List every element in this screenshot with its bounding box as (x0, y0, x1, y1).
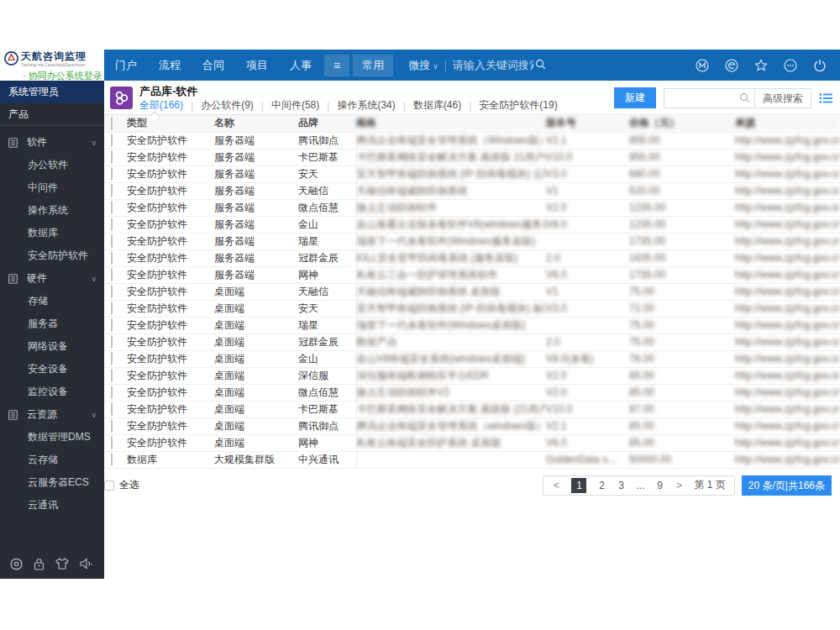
new-button[interactable]: 新建 (614, 87, 656, 108)
cell-6: 855.00 (629, 149, 735, 165)
row-checkbox[interactable] (111, 386, 113, 399)
lock-icon[interactable] (34, 558, 45, 570)
next-page-button[interactable]: > (675, 480, 684, 491)
tree-item-安全设备[interactable]: 安全设备 (0, 358, 104, 381)
message-e-icon[interactable] (725, 59, 738, 72)
page-button-3[interactable]: 3 (617, 480, 625, 491)
page-button-9[interactable]: 9 (656, 480, 664, 491)
cell-1: 安全防护软件 (127, 182, 214, 199)
row-checkbox[interactable] (111, 436, 113, 449)
power-icon[interactable] (813, 59, 827, 72)
table-search-group: 高级搜索 (664, 88, 811, 108)
header-checkbox[interactable] (111, 117, 113, 130)
cell-1: 安全防护软件 (127, 216, 214, 233)
advanced-search-button[interactable]: 高级搜索 (754, 89, 811, 108)
select-all-label: 全选 (119, 478, 139, 492)
tab-中间件(58)[interactable]: 中间件(58) (271, 98, 319, 113)
cell-7: http://www.zjzfcg.gov.cn/jyg/ (735, 317, 840, 333)
table-row: 安全防护软件桌面端冠群金辰数据产品2.075.00http://www.zjzf… (104, 333, 840, 350)
sound-icon[interactable] (80, 558, 94, 570)
column-header-2: 名称 (214, 115, 298, 132)
nav-frequent[interactable]: 常用 (353, 55, 393, 76)
nav-item-合同[interactable]: 合同 (192, 50, 235, 81)
nav-item-门户[interactable]: 门户 (104, 50, 148, 81)
row-checkbox[interactable] (111, 285, 113, 298)
cell-1: 安全防护软件 (127, 132, 214, 149)
tree-item-安全防护软件[interactable]: 安全防护软件 (0, 244, 104, 267)
cell-6: 75.00 (629, 333, 735, 350)
tab-操作系统(34)[interactable]: 操作系统(34) (337, 98, 395, 113)
tab-数据库(46)[interactable]: 数据库(46) (413, 98, 461, 113)
row-checkbox[interactable] (111, 234, 113, 248)
column-settings-icon[interactable] (819, 92, 832, 104)
tree-item-服务器[interactable]: 服务器 (0, 312, 104, 335)
table-search-input[interactable] (664, 89, 735, 108)
row-checkbox[interactable] (111, 352, 113, 365)
per-page-badge[interactable]: 20 条/页|共166条 (742, 475, 832, 496)
cell-5: V3.0 (546, 300, 629, 317)
sidebar-section-product[interactable]: 产品 (0, 103, 104, 126)
tree-parent-硬件[interactable]: 硬件∨ (0, 267, 104, 290)
row-checkbox[interactable] (111, 150, 113, 164)
cell-2: 桌面端 (214, 434, 298, 451)
row-checkbox[interactable] (111, 335, 113, 349)
cell-4: 深信服终端检测响应平台EDR (356, 367, 546, 384)
tree-item-办公软件[interactable]: 办公软件 (0, 154, 104, 176)
nav-item-人事[interactable]: 人事 (279, 50, 323, 81)
table-row: 安全防护软件服务器端安天安天智甲终端防御系统 (IP·防病毒模块) 云版V3.0… (104, 165, 840, 182)
tree-item-云通讯[interactable]: 云通讯 (0, 494, 104, 517)
favorites-star-icon[interactable] (754, 59, 768, 72)
theme-shirt-icon[interactable] (55, 558, 69, 570)
global-search: 微搜∨ (408, 58, 546, 73)
cell-4: 数据产品 (356, 333, 546, 350)
select-all-checkbox[interactable] (104, 480, 114, 491)
row-checkbox[interactable] (111, 134, 113, 147)
tree-item-数据管理DMS[interactable]: 数据管理DMS (0, 426, 104, 449)
tree-item-监控设备[interactable]: 监控设备 (0, 381, 104, 403)
cell-6: 85.00 (629, 417, 735, 434)
tree-item-中间件[interactable]: 中间件 (0, 176, 104, 199)
search-scope-dropdown[interactable]: 微搜∨ (408, 58, 438, 73)
page-button-...[interactable]: ... (636, 480, 644, 491)
row-checkbox[interactable] (111, 318, 113, 332)
search-icon[interactable] (535, 58, 546, 73)
tab-全部(166)[interactable]: 全部(166) (139, 98, 183, 113)
row-checkbox[interactable] (111, 201, 113, 214)
row-checkbox[interactable] (111, 268, 113, 281)
row-checkbox[interactable] (111, 402, 113, 416)
tree-item-云服务器ECS[interactable]: 云服务器ECS (0, 471, 104, 494)
tree-item-云存储[interactable]: 云存储 (0, 449, 104, 471)
tree-parent-软件[interactable]: 软件∨ (0, 131, 104, 154)
tree-parent-云资源[interactable]: 云资源∨ (0, 403, 104, 426)
tree-item-数据库[interactable]: 数据库 (0, 222, 104, 244)
tab-安全防护软件(19)[interactable]: 安全防护软件(19) (479, 98, 557, 113)
nav-item-流程[interactable]: 流程 (148, 50, 192, 81)
global-search-input[interactable] (453, 59, 533, 71)
page-button-2[interactable]: 2 (597, 480, 606, 491)
row-checkbox[interactable] (111, 184, 113, 197)
cell-2: 桌面端 (214, 283, 298, 300)
row-checkbox[interactable] (111, 453, 113, 466)
row-checkbox[interactable] (111, 302, 113, 315)
table-header-row: 类型名称品牌规格版本号价格（元）来源 (104, 115, 840, 132)
row-checkbox[interactable] (111, 167, 113, 181)
row-checkbox[interactable] (111, 218, 113, 231)
tree-item-操作系统[interactable]: 操作系统 (0, 199, 104, 222)
prev-page-button[interactable]: < (552, 480, 560, 491)
row-checkbox[interactable] (111, 251, 113, 265)
tree-item-网络设备[interactable]: 网络设备 (0, 335, 104, 358)
table-row: 数据库大规模集群版中兴通讯GoldenData s...50000.00http… (104, 451, 840, 468)
cell-6: 76.00 (629, 350, 735, 367)
tree-item-存储[interactable]: 存储 (0, 290, 104, 312)
tab-办公软件(9)[interactable]: 办公软件(9) (201, 98, 254, 113)
more-ellipsis-icon[interactable] (784, 59, 797, 72)
m-circle-icon[interactable] (696, 59, 709, 72)
page-button-1[interactable]: 1 (571, 478, 586, 493)
nav-item-项目[interactable]: 项目 (235, 50, 279, 81)
row-checkbox[interactable] (111, 369, 113, 382)
row-checkbox[interactable] (111, 419, 113, 433)
settings-gear-icon[interactable] (10, 558, 23, 570)
search-icon[interactable] (735, 92, 754, 103)
nav-menu-toggle[interactable]: ≡ (324, 55, 349, 76)
cell-2: 服务器端 (214, 199, 298, 216)
